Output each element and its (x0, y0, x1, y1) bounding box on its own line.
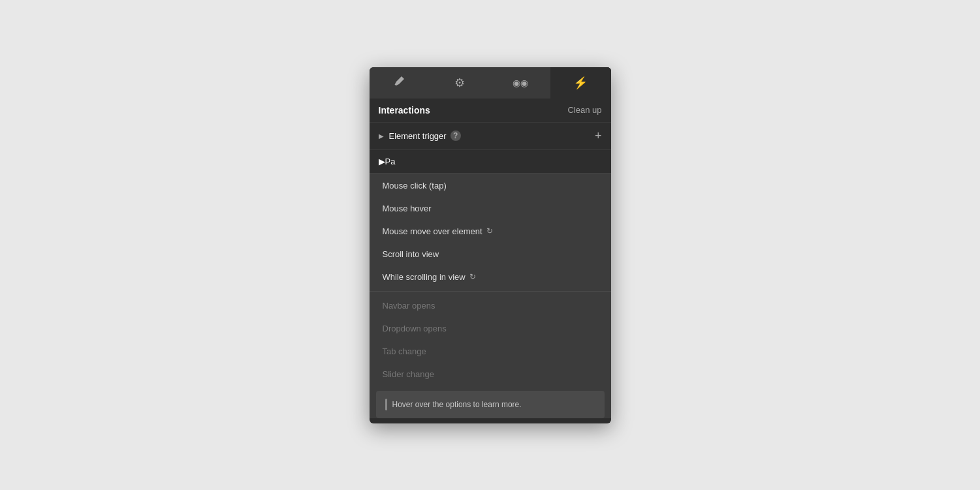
dropdown-item-scroll-into-view[interactable]: Scroll into view (370, 243, 611, 266)
brush-icon (393, 74, 406, 91)
chevron-right-icon: ▶ (379, 132, 384, 140)
partial-row[interactable]: ▶ Pa (370, 150, 611, 174)
scroll-into-view-label: Scroll into view (383, 249, 439, 259)
lightning-icon: ⚡ (573, 76, 588, 90)
refresh-icon-2: ↻ (469, 272, 476, 281)
gear-icon: ⚙ (454, 76, 465, 90)
element-trigger-label: Element trigger (389, 131, 447, 141)
clean-up-button[interactable]: Clean up (567, 105, 601, 115)
help-icon[interactable]: ? (450, 130, 461, 141)
dropdown-divider (370, 291, 611, 292)
dropdown-item-dropdown-opens: Dropdown opens (370, 317, 611, 340)
element-trigger-row[interactable]: ▶ Element trigger ? + (370, 123, 611, 150)
chevron-right-icon-2: ▶ (379, 157, 385, 166)
info-box: Hover over the options to learn more. (376, 391, 605, 418)
mouse-hover-label: Mouse hover (383, 204, 432, 213)
refresh-icon-1: ↻ (486, 226, 493, 236)
mouse-click-label: Mouse click (tap) (383, 181, 447, 191)
panel-header: Interactions Clean up (370, 99, 611, 123)
partial-label: Pa (385, 157, 396, 166)
slider-change-label: Slider change (383, 369, 435, 379)
dropdown-item-mouse-click[interactable]: Mouse click (tap) (370, 174, 611, 197)
panel-title: Interactions (379, 105, 430, 115)
tab-lightning[interactable]: ⚡ (550, 67, 611, 99)
dropdown-item-slider-change: Slider change (370, 363, 611, 386)
tab-brush[interactable] (370, 67, 430, 99)
dropdown-item-mouse-hover[interactable]: Mouse hover (370, 197, 611, 220)
interactions-panel: ⚙ ◉◉ ⚡ Interactions Clean up ▶ Element t… (370, 67, 611, 423)
drops-icon: ◉◉ (513, 78, 528, 88)
tab-drops[interactable]: ◉◉ (490, 67, 551, 99)
tab-bar: ⚙ ◉◉ ⚡ (370, 67, 611, 99)
add-trigger-button[interactable]: + (595, 129, 602, 143)
info-box-text: Hover over the options to learn more. (392, 399, 522, 410)
tab-gear[interactable]: ⚙ (430, 67, 490, 99)
trigger-dropdown: Mouse click (tap) Mouse hover Mouse move… (370, 174, 611, 418)
mouse-move-label: Mouse move over element (383, 226, 482, 236)
dropdown-item-mouse-move[interactable]: Mouse move over element ↻ (370, 220, 611, 243)
dropdown-item-navbar-opens: Navbar opens (370, 294, 611, 317)
dropdown-item-tab-change: Tab change (370, 340, 611, 363)
navbar-opens-label: Navbar opens (383, 301, 435, 311)
info-box-bar (385, 399, 387, 410)
while-scrolling-label: While scrolling in view (383, 272, 466, 282)
tab-change-label: Tab change (383, 346, 426, 356)
dropdown-item-while-scrolling[interactable]: While scrolling in view ↻ (370, 266, 611, 288)
dropdown-opens-label: Dropdown opens (383, 324, 447, 333)
